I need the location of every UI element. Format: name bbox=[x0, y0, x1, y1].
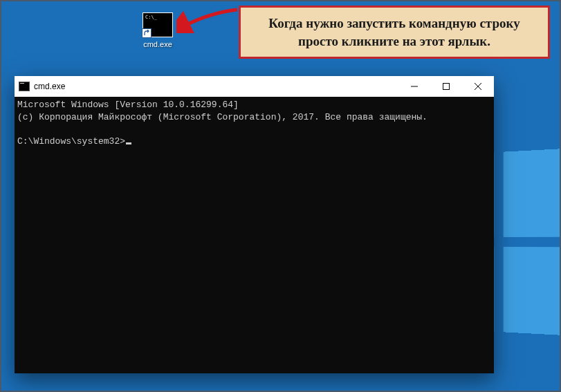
annotation-arrow-icon bbox=[176, 6, 239, 33]
maximize-button[interactable] bbox=[430, 76, 462, 97]
minimize-button[interactable] bbox=[398, 76, 430, 97]
close-button[interactable] bbox=[462, 76, 494, 97]
console-prompt: C:\Windows\system32> bbox=[17, 136, 125, 147]
cmd-shortcut[interactable]: cmd.exe bbox=[137, 12, 178, 48]
window-titlebar[interactable]: cmd.exe bbox=[15, 76, 494, 97]
window-title: cmd.exe bbox=[34, 82, 398, 91]
annotation-tooltip: Когда нужно запустить командную строку п… bbox=[239, 6, 550, 59]
shortcut-label: cmd.exe bbox=[137, 40, 178, 48]
console-output[interactable]: Microsoft Windows [Version 10.0.16299.64… bbox=[15, 97, 494, 373]
svg-rect-0 bbox=[443, 84, 450, 90]
cmd-icon bbox=[142, 12, 173, 37]
cmd-window: cmd.exe Microsoft Windows [Version 10.0.… bbox=[15, 76, 494, 373]
shortcut-arrow-icon bbox=[142, 28, 151, 38]
console-line: (c) Корпорация Майкрософт (Microsoft Cor… bbox=[17, 112, 427, 122]
console-line: Microsoft Windows [Version 10.0.16299.64… bbox=[17, 100, 239, 110]
cursor-icon bbox=[126, 142, 131, 144]
cmd-titlebar-icon bbox=[19, 82, 30, 91]
annotation-text: Когда нужно запустить командную строку п… bbox=[268, 16, 519, 48]
